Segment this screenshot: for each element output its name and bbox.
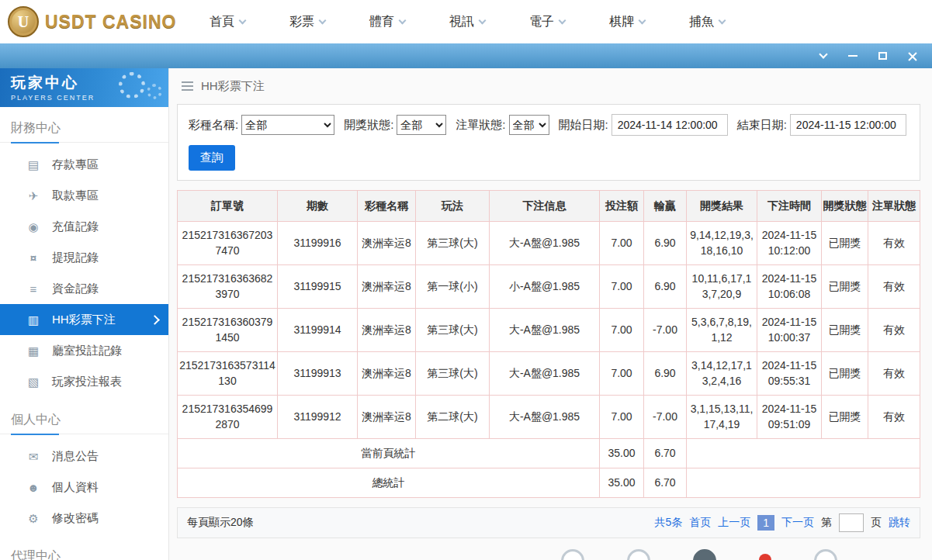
first-page-link[interactable]: 首页 bbox=[689, 516, 711, 530]
table-cell: 2152173163546992870 bbox=[178, 396, 278, 439]
sidebar-item-funds[interactable]: 資金記錄 bbox=[0, 273, 168, 304]
sidebar-item-deposit[interactable]: 存款專區 bbox=[0, 149, 168, 180]
chevron-down-icon bbox=[319, 16, 327, 24]
logo-text: USDT CASINO bbox=[45, 12, 176, 33]
column-header: 彩種名稱 bbox=[358, 191, 416, 222]
order-status-select[interactable]: 全部 bbox=[509, 115, 549, 135]
logo[interactable]: U USDT CASINO bbox=[8, 6, 200, 37]
sidebar-item-hall[interactable]: 廳室投註記錄 bbox=[0, 335, 168, 366]
table-cell: 7.00 bbox=[600, 352, 644, 396]
column-header: 玩法 bbox=[416, 191, 490, 222]
maximize-button[interactable] bbox=[875, 48, 890, 64]
nav-item-label: 彩票 bbox=[289, 14, 314, 30]
table-cell: 7.00 bbox=[600, 396, 644, 439]
lottery-name-label: 彩種名稱: bbox=[189, 118, 238, 133]
collapse-button[interactable] bbox=[816, 48, 831, 64]
nav-item-4[interactable]: 電子 bbox=[529, 14, 565, 30]
chevron-down-icon bbox=[479, 16, 487, 24]
table-cell: 澳洲幸运8 bbox=[358, 265, 416, 309]
sidebar-item-withdraw[interactable]: 取款專區 bbox=[0, 180, 168, 211]
table-cell: 3,14,12,17,13,2,4,16 bbox=[687, 352, 757, 396]
lottery-icon bbox=[26, 314, 40, 326]
summary-bet-total: 35.00 bbox=[600, 468, 644, 498]
end-date-label: 結束日期: bbox=[737, 118, 787, 133]
total-count-label: 共5条 bbox=[654, 516, 682, 530]
start-date-input[interactable] bbox=[612, 114, 728, 136]
chevron-down-icon bbox=[639, 16, 646, 24]
sidebar-item-profile[interactable]: 個人資料 bbox=[0, 472, 168, 503]
sidebar-item-label: 取款專區 bbox=[52, 188, 99, 203]
sidebar-item-message[interactable]: 消息公告 bbox=[0, 441, 168, 472]
current-page-button[interactable]: 1 bbox=[757, 515, 774, 531]
nav-item-label: 捕魚 bbox=[689, 14, 714, 30]
table-cell: -7.00 bbox=[644, 396, 687, 439]
jump-button[interactable]: 跳转 bbox=[889, 516, 910, 530]
start-date-label: 開始日期: bbox=[559, 118, 608, 133]
recharge-icon bbox=[26, 221, 40, 233]
table-cell: 7.00 bbox=[600, 265, 644, 309]
funds-icon bbox=[26, 283, 40, 295]
withdraw-icon bbox=[26, 190, 40, 202]
table-row: 215217316363682397031199915澳洲幸运8第一球(小)小-… bbox=[178, 265, 920, 309]
table-cell: 已開獎 bbox=[822, 222, 868, 265]
deposit-icon bbox=[26, 159, 40, 171]
close-button[interactable] bbox=[904, 48, 920, 64]
sidebar-item-label: 提現記錄 bbox=[52, 251, 99, 265]
nav-item-0[interactable]: 首頁 bbox=[210, 14, 245, 30]
sidebar-item-password[interactable]: 修改密碼 bbox=[0, 503, 168, 534]
next-page-link[interactable]: 下一页 bbox=[781, 516, 814, 530]
poker-chip-decoration-icon bbox=[119, 72, 145, 99]
nav-item-1[interactable]: 彩票 bbox=[289, 14, 325, 30]
table-row: 215217316367203747031199916澳洲幸运8第三球(大)大-… bbox=[178, 222, 920, 265]
table-cell: 2152173163603791450 bbox=[178, 309, 278, 352]
table-cell: 有效 bbox=[868, 265, 920, 309]
table-cell: 已開獎 bbox=[822, 309, 868, 352]
sidebar-item-label: 資金記錄 bbox=[52, 282, 99, 296]
draw-status-select[interactable]: 全部 bbox=[397, 115, 446, 135]
column-header: 下注信息 bbox=[490, 191, 600, 222]
nav-item-5[interactable]: 棋牌 bbox=[609, 14, 645, 30]
table-cell: 2152173163672037470 bbox=[178, 222, 278, 265]
footer-logos bbox=[561, 549, 837, 560]
summary-label: 總統計 bbox=[178, 468, 600, 498]
nav-item-2[interactable]: 體育 bbox=[369, 14, 405, 30]
minimize-button[interactable] bbox=[845, 48, 861, 64]
footer-logo-icon bbox=[693, 549, 716, 560]
column-header: 開獎結果 bbox=[687, 191, 757, 222]
table-row: 215217316357311413031199913澳洲幸运8第三球(大)大-… bbox=[178, 352, 920, 396]
sidebar-item-recharge[interactable]: 充值記錄 bbox=[0, 211, 168, 242]
section-divider bbox=[0, 142, 168, 143]
chevron-down-icon bbox=[399, 16, 407, 24]
column-header: 訂單號 bbox=[178, 191, 278, 222]
sidebar-section-items: 消息公告個人資料修改密碼 bbox=[0, 434, 168, 535]
sidebar-item-label: 修改密碼 bbox=[52, 511, 99, 526]
search-button[interactable]: 查詢 bbox=[189, 145, 235, 171]
sidebar-item-cashout[interactable]: 提現記錄 bbox=[0, 242, 168, 273]
sidebar-item-lottery[interactable]: HH彩票下注 bbox=[0, 304, 168, 335]
footer-logo-icon bbox=[814, 549, 837, 560]
end-date-input[interactable] bbox=[790, 114, 906, 136]
poker-chip-decoration-icon bbox=[147, 84, 162, 99]
menu-toggle-icon[interactable] bbox=[182, 81, 193, 91]
table-cell: 第二球(大) bbox=[416, 396, 490, 439]
table-cell: 7.00 bbox=[600, 309, 644, 352]
summary-empty-cell bbox=[687, 468, 920, 498]
table-cell: 小-A盤@1.985 bbox=[490, 265, 600, 309]
chevron-down-icon bbox=[239, 16, 247, 24]
summary-bet-total: 35.00 bbox=[600, 439, 644, 468]
nav-item-6[interactable]: 捕魚 bbox=[689, 14, 725, 30]
sidebar-section-head: 財務中心 bbox=[0, 107, 168, 142]
page-jump-input[interactable] bbox=[839, 513, 864, 532]
sidebar-item-report[interactable]: 玩家投注報表 bbox=[0, 366, 168, 397]
table-cell: 有效 bbox=[868, 309, 920, 352]
prev-page-link[interactable]: 上一页 bbox=[718, 516, 750, 530]
lottery-name-select[interactable]: 全部 bbox=[241, 115, 334, 135]
cashout-icon bbox=[26, 252, 40, 264]
filter-panel: 彩種名稱: 全部 開獎狀態: 全部 注單狀態: 全部 開始日期: 結束日期: 查… bbox=[177, 104, 920, 181]
sidebar-item-label: 個人資料 bbox=[52, 480, 99, 495]
table-cell: 7.00 bbox=[600, 222, 644, 265]
nav-item-3[interactable]: 視訊 bbox=[449, 14, 485, 30]
sidebar-header: 玩家中心 PLAYERS CENTER bbox=[0, 68, 168, 107]
table-cell: 已開獎 bbox=[822, 396, 868, 439]
column-header: 注單狀態 bbox=[868, 191, 920, 222]
